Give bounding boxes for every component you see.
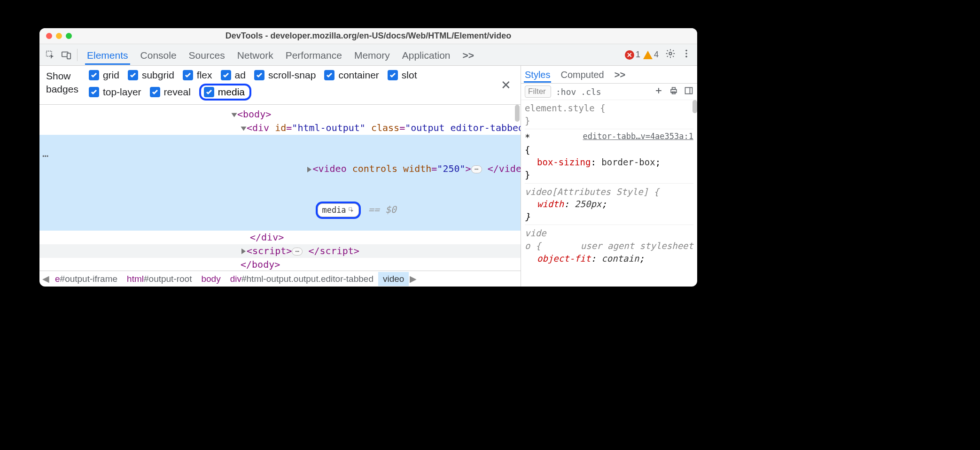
crumb-body[interactable]: body [196, 272, 225, 286]
rule-close: } [525, 169, 693, 181]
badge-ad[interactable]: ad [221, 70, 246, 81]
dom-line[interactable]: <div id="html-output" class="output edit… [39, 121, 521, 135]
media-badge-pill[interactable]: media [318, 203, 358, 217]
css-property[interactable]: width [537, 199, 564, 209]
warnings-indicator[interactable]: 4 [643, 50, 659, 60]
scrollbar-thumb[interactable] [515, 105, 520, 122]
print-media-icon[interactable] [669, 86, 678, 98]
badge-scroll-snap[interactable]: scroll-snap [254, 70, 316, 81]
badge-media-highlighted[interactable]: media [199, 84, 251, 101]
close-badges-icon[interactable]: ✕ [498, 78, 514, 93]
styles-filter-input[interactable]: Filter [525, 85, 551, 98]
tab-network[interactable]: Network [235, 45, 275, 65]
badge-top-layer[interactable]: top-layer [89, 86, 141, 98]
svg-point-5 [685, 53, 687, 54]
checkbox-icon [183, 70, 193, 80]
crumb-div[interactable]: div#html-output.output.editor-tabbed [226, 272, 378, 286]
checkbox-icon [254, 70, 264, 80]
rule-close: } [525, 116, 530, 126]
error-count: 1 [636, 50, 640, 60]
main-toolbar: Elements Console Sources Network Perform… [39, 44, 697, 66]
styles-panel: Styles Computed >> Filter :hov .cls elem… [521, 66, 697, 287]
dom-line[interactable]: <body> [39, 108, 521, 121]
checkbox-icon [324, 70, 334, 80]
tab-performance[interactable]: Performance [284, 45, 344, 65]
badges-grid: grid subgrid flex ad scroll-snap contain… [89, 70, 474, 101]
badges-label-1: Show [46, 70, 78, 83]
badge-flex[interactable]: flex [183, 70, 212, 81]
tab-console[interactable]: Console [139, 45, 179, 65]
css-value[interactable]: border-box [601, 157, 655, 167]
rule-selector: video[Attributes Style] { [525, 186, 659, 197]
css-property[interactable]: object-fit [537, 253, 591, 264]
rule-selector: video { [525, 228, 546, 251]
tabs-overflow-icon[interactable]: >> [460, 45, 476, 65]
svg-point-3 [669, 52, 672, 55]
crumb-video[interactable]: video [378, 272, 409, 286]
sidebar-toggle-icon[interactable] [684, 86, 693, 98]
rule-brace: { [525, 145, 530, 155]
tab-memory[interactable]: Memory [352, 45, 392, 65]
styles-tabs: Styles Computed >> [521, 66, 697, 84]
toolbar-divider [77, 49, 78, 61]
badge-reveal[interactable]: reveal [150, 86, 191, 98]
badges-bar: Show badges grid subgrid flex ad scroll-… [39, 66, 521, 105]
breadcrumbs: ◀ e#output-iframe html#output-root body … [39, 271, 521, 287]
dom-line[interactable]: </body> [39, 258, 521, 271]
titlebar: DevTools - developer.mozilla.org/en-US/d… [39, 28, 697, 44]
checkbox-icon [89, 70, 99, 80]
rule-selector: * [525, 132, 530, 142]
css-value[interactable]: contain [601, 253, 639, 264]
zoom-window-button[interactable] [66, 33, 72, 39]
crumb-html[interactable]: html#output-root [122, 272, 196, 286]
css-value[interactable]: 250px [575, 199, 601, 209]
warning-count: 4 [654, 50, 659, 60]
tab-styles[interactable]: Styles [524, 66, 551, 83]
crumb-iframe[interactable]: e#output-iframe [50, 272, 122, 286]
rule-source-link[interactable]: editor-tabb…v=4ae353a:1 [583, 131, 693, 142]
warning-icon [643, 51, 653, 59]
badges-label-2: badges [46, 83, 78, 96]
checkbox-icon [128, 70, 138, 80]
minimize-window-button[interactable] [56, 33, 62, 39]
svg-rect-9 [672, 87, 676, 89]
close-window-button[interactable] [46, 33, 52, 39]
hov-toggle[interactable]: :hov [556, 87, 576, 97]
more-menu-icon[interactable] [679, 48, 693, 61]
tab-sources[interactable]: Sources [187, 45, 227, 65]
tab-application[interactable]: Application [400, 45, 452, 65]
badge-slot[interactable]: slot [388, 70, 417, 81]
dom-line[interactable]: </div> [39, 231, 521, 244]
dom-selected-line[interactable]: ⋯ <video controls width="250">⋯ </video> [39, 135, 521, 189]
tab-computed[interactable]: Computed [560, 66, 605, 83]
badge-subgrid[interactable]: subgrid [128, 70, 174, 81]
device-toolbar-icon[interactable] [59, 48, 73, 62]
rule-source: user agent stylesheet [581, 240, 693, 252]
badge-grid[interactable]: grid [89, 70, 119, 81]
dom-tree[interactable]: <body> <div id="html-output" class="outp… [39, 105, 521, 271]
dom-media-pill-line[interactable]: media == $0 [39, 189, 521, 231]
ellipsis-icon[interactable]: ⋯ [42, 148, 48, 163]
dom-line[interactable]: <script>⋯ </script> [39, 244, 521, 258]
tab-elements[interactable]: Elements [85, 45, 130, 65]
settings-icon[interactable] [663, 48, 677, 61]
styles-body[interactable]: element.style { } * editor-tabb…v=4ae353… [521, 100, 697, 287]
svg-rect-11 [685, 87, 692, 93]
checkbox-icon [150, 87, 160, 97]
checkbox-icon [204, 87, 214, 97]
cls-toggle[interactable]: .cls [581, 87, 601, 97]
css-property[interactable]: box-sizing [537, 157, 591, 167]
badges-label: Show badges [46, 70, 78, 96]
body-row: Show badges grid subgrid flex ad scroll-… [39, 66, 697, 287]
crumb-prev-icon[interactable]: ◀ [41, 273, 50, 284]
inspect-element-icon[interactable] [43, 48, 57, 62]
badge-container[interactable]: container [324, 70, 379, 81]
devtools-window: DevTools - developer.mozilla.org/en-US/d… [39, 28, 697, 287]
errors-indicator[interactable]: ✕ 1 [625, 50, 640, 60]
new-style-rule-icon[interactable] [654, 86, 663, 98]
scrollbar-thumb[interactable] [692, 100, 697, 113]
styles-tabs-overflow-icon[interactable]: >> [614, 66, 626, 83]
crumb-next-icon[interactable]: ▶ [409, 273, 418, 284]
traffic-lights [46, 33, 72, 39]
panel-tabs: Elements Console Sources Network Perform… [85, 45, 476, 65]
